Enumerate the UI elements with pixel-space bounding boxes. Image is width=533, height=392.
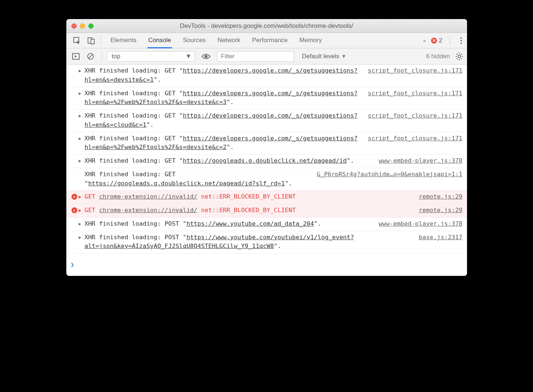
divider [450, 36, 450, 45]
disclosure-triangle-icon[interactable]: ▶ [79, 219, 85, 227]
svg-point-7 [458, 55, 460, 58]
message-source-link[interactable]: remote.js:29 [419, 192, 462, 201]
disclosure-triangle-icon[interactable]: ▶ [79, 156, 85, 164]
window-controls [71, 23, 93, 29]
context-value: top [112, 53, 121, 60]
tabs: ElementsConsoleSourcesNetworkPerformance… [110, 33, 323, 48]
request-url: https://googleads.g.doubleclick.net/page… [88, 180, 284, 187]
disclosure-triangle-icon[interactable]: ▶ [79, 192, 85, 200]
message-text: XHR finished loading: GET "https://devel… [85, 111, 361, 130]
zoom-window-button[interactable] [88, 23, 93, 29]
console-log-row[interactable]: ▶XHR finished loading: POST "https://www… [66, 231, 467, 254]
divider [102, 52, 102, 61]
request-url: https://www.youtube.com/youtubei/v1/log_… [85, 234, 354, 250]
svg-line-5 [88, 54, 93, 59]
main-tabbar: ElementsConsoleSourcesNetworkPerformance… [66, 33, 467, 48]
context-selector[interactable]: top ▼ [107, 51, 195, 62]
filter-input[interactable] [217, 51, 294, 62]
message-text: XHR finished loading: POST "https://www.… [85, 219, 372, 229]
message-source-link[interactable]: remote.js:29 [419, 206, 462, 215]
request-url: https://developers.google.com/_s/getsugg… [85, 135, 358, 151]
devtools-window: DevTools - developers.google.com/web/too… [66, 19, 467, 276]
error-icon: ✕ [71, 207, 77, 213]
tab-sources[interactable]: Sources [182, 33, 206, 48]
console-log-row[interactable]: XHR finished loading: GET "https://googl… [66, 168, 467, 191]
message-source-link[interactable]: script_foot_closure.js:171 [368, 66, 462, 75]
more-options-icon[interactable] [459, 36, 463, 45]
message-source-link[interactable]: www-embed-player.js:378 [379, 156, 462, 166]
message-source-link[interactable]: script_foot_closure.js:171 [368, 134, 462, 143]
dropdown-triangle-icon: ▼ [185, 53, 192, 60]
clear-console-icon[interactable] [85, 51, 96, 62]
settings-icon[interactable] [455, 52, 463, 60]
console-log-row[interactable]: ▶XHR finished loading: GET "https://deve… [66, 110, 467, 132]
console-error-row[interactable]: ✕▶GET chrome-extension://invalid/net::ER… [66, 204, 467, 218]
prompt-caret-icon: ❯ [71, 260, 74, 269]
console-log-row[interactable]: ▶XHR finished loading: POST "https://www… [66, 218, 467, 231]
device-toolbar-icon[interactable] [85, 34, 98, 47]
message-text: XHR finished loading: GET "https://devel… [85, 134, 361, 152]
console-log-row[interactable]: ▶XHR finished loading: GET "https://deve… [66, 64, 467, 87]
message-text: XHR finished loading: POST "https://www.… [85, 233, 412, 251]
log-levels-selector[interactable]: Default levels ▼ [302, 53, 346, 60]
window-title: DevTools - developers.google.com/web/too… [66, 22, 467, 30]
minimize-window-button[interactable] [80, 23, 85, 29]
message-source-link[interactable]: script_foot_closure.js:171 [368, 89, 462, 98]
console-log-row[interactable]: ▶XHR finished loading: GET "https://goog… [66, 155, 467, 168]
disclosure-triangle-icon[interactable]: ▶ [79, 89, 85, 97]
disclosure-triangle-icon[interactable]: ▶ [79, 206, 85, 214]
message-text: XHR finished loading: GET "https://googl… [85, 170, 310, 188]
disclosure-triangle-icon[interactable]: ▶ [79, 111, 85, 119]
hidden-messages-count[interactable]: 6 hidden [426, 53, 450, 60]
svg-line-13 [461, 58, 462, 59]
disclosure-triangle-icon[interactable] [79, 170, 85, 171]
tab-console[interactable]: Console [147, 33, 172, 48]
svg-line-15 [461, 54, 462, 55]
error-url: chrome-extension://invalid/ [99, 207, 197, 214]
request-url: https://www.youtube.com/ad_data_204 [187, 220, 314, 227]
message-source-link[interactable]: script_foot_closure.js:171 [368, 111, 462, 121]
disclosure-triangle-icon[interactable]: ▶ [79, 66, 85, 74]
error-icon: ✕ [71, 194, 77, 200]
divider [101, 36, 101, 45]
error-url: chrome-extension://invalid/ [99, 193, 197, 200]
toggle-sidebar-icon[interactable] [70, 52, 82, 61]
console-messages: ▶XHR finished loading: GET "https://deve… [66, 64, 467, 276]
svg-point-6 [205, 55, 207, 58]
error-count: 2 [439, 37, 442, 44]
tab-performance[interactable]: Performance [251, 33, 288, 48]
inspect-element-icon[interactable] [70, 34, 84, 47]
console-log-row[interactable]: ▶XHR finished loading: GET "https://deve… [66, 132, 467, 155]
svg-line-14 [457, 58, 457, 59]
message-text: XHR finished loading: GET "https://devel… [85, 89, 361, 107]
request-url: https://developers.google.com/_s/getsugg… [85, 90, 358, 106]
message-text: GET chrome-extension://invalid/net::ERR_… [85, 192, 412, 201]
console-prompt[interactable]: ❯ [66, 254, 467, 276]
console-error-row[interactable]: ✕▶GET chrome-extension://invalid/net::ER… [66, 191, 467, 204]
levels-label: Default levels [302, 53, 339, 60]
tab-network[interactable]: Network [217, 33, 241, 48]
message-text: XHR finished loading: GET "https://googl… [85, 156, 372, 166]
message-source-link[interactable]: www-embed-player.js:378 [379, 219, 462, 229]
request-url: https://googleads.g.doubleclick.net/page… [183, 157, 347, 164]
message-source-link[interactable]: base.js:2317 [419, 233, 462, 242]
console-log-row[interactable]: ▶XHR finished loading: GET "https://deve… [66, 87, 467, 110]
svg-rect-2 [91, 39, 94, 44]
more-tabs-icon[interactable]: » [423, 38, 426, 44]
tab-elements[interactable]: Elements [110, 33, 137, 48]
live-expression-icon[interactable] [199, 52, 213, 61]
disclosure-triangle-icon[interactable]: ▶ [79, 233, 85, 241]
error-counter[interactable]: ✕ 2 [431, 37, 442, 44]
close-window-button[interactable] [71, 23, 77, 29]
tab-memory[interactable]: Memory [299, 33, 323, 48]
message-text: GET chrome-extension://invalid/net::ERR_… [85, 206, 412, 215]
console-toolbar: top ▼ Default levels ▼ 6 hidden [66, 48, 467, 64]
request-url: https://developers.google.com/_s/getsugg… [85, 112, 358, 128]
titlebar: DevTools - developers.google.com/web/too… [66, 19, 467, 33]
message-source-link[interactable]: G_P6rpRSr4g?autohide…o=0&enablejsapi=1:1 [317, 170, 462, 179]
message-text: XHR finished loading: GET "https://devel… [85, 66, 361, 85]
disclosure-triangle-icon[interactable]: ▶ [79, 134, 85, 142]
dropdown-triangle-icon: ▼ [342, 53, 346, 59]
svg-line-12 [457, 54, 457, 55]
error-icon: ✕ [431, 38, 437, 44]
